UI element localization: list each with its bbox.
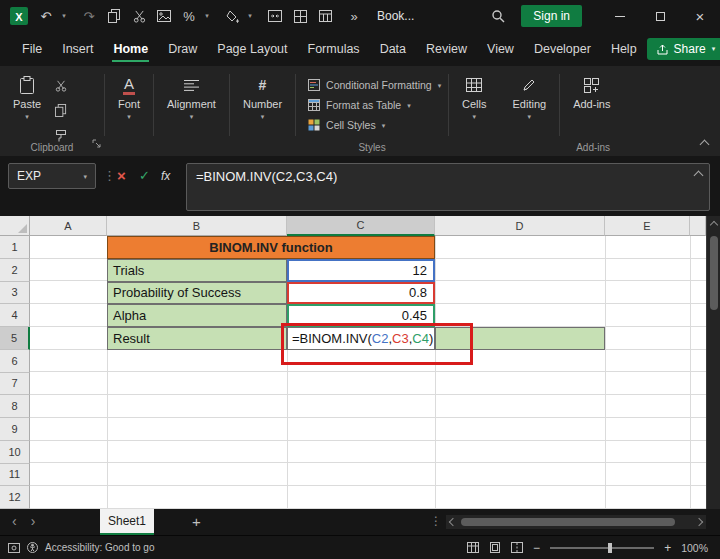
scroll-right-icon[interactable] — [695, 518, 703, 526]
row-header-11[interactable]: 11 — [0, 464, 30, 487]
table-icon[interactable] — [318, 8, 332, 24]
row-header-2[interactable]: 2 — [0, 259, 30, 282]
vertical-scrollbar-thumb[interactable] — [710, 236, 718, 310]
tab-view[interactable]: View — [477, 32, 524, 66]
redo-icon[interactable]: ↷ — [82, 8, 96, 24]
picture-icon[interactable] — [157, 8, 171, 24]
conditional-formatting-button[interactable]: Conditional Formatting ▾ — [308, 79, 441, 91]
column-header-e[interactable]: E — [605, 216, 690, 236]
cut-icon[interactable] — [132, 8, 146, 24]
normal-view-icon[interactable] — [467, 542, 479, 553]
fill-color-icon[interactable] — [225, 8, 239, 24]
tab-developer[interactable]: Developer — [524, 32, 601, 66]
sign-in-button[interactable]: Sign in — [521, 5, 582, 27]
cell-b1-title[interactable]: BINOM.INV function — [107, 236, 435, 259]
alignment-button[interactable]: Alignment ▾ — [158, 70, 225, 120]
tab-insert[interactable]: Insert — [52, 32, 103, 66]
row-header-4[interactable]: 4 — [0, 304, 30, 327]
zoom-out-button[interactable]: − — [533, 541, 540, 555]
format-as-table-button[interactable]: Format as Table ▾ — [308, 99, 441, 111]
previous-sheet-icon[interactable]: ‹ — [12, 513, 17, 529]
row-header-7[interactable]: 7 — [0, 373, 30, 396]
select-all-corner[interactable] — [0, 216, 30, 236]
row-header-3[interactable]: 3 — [0, 282, 30, 305]
name-box[interactable]: EXP ▾ — [8, 163, 96, 189]
column-header-partial[interactable] — [690, 216, 706, 236]
row-header-9[interactable]: 9 — [0, 418, 30, 441]
merge-cells-icon[interactable] — [268, 8, 282, 24]
tab-help[interactable]: Help — [601, 32, 647, 66]
collapse-ribbon-icon[interactable] — [700, 140, 710, 150]
cell-b5-result-label[interactable]: Result — [107, 327, 287, 350]
next-sheet-icon[interactable]: › — [31, 513, 36, 529]
maximize-button[interactable] — [640, 0, 680, 32]
add-sheet-button[interactable]: + — [192, 513, 201, 530]
close-button[interactable]: × — [680, 0, 720, 32]
cell-b2-trials-label[interactable]: Trials — [107, 259, 287, 282]
page-layout-view-icon[interactable] — [489, 542, 501, 553]
cell-b3-probability-label[interactable]: Probability of Success — [107, 282, 287, 305]
fill-color-caret-icon[interactable]: ▾ — [243, 8, 257, 24]
undo-icon[interactable]: ↶ — [39, 8, 53, 24]
copy-icon[interactable] — [107, 8, 121, 24]
horizontal-scrollbar-thumb[interactable] — [461, 518, 675, 526]
minimize-button[interactable] — [600, 0, 640, 32]
zoom-slider[interactable] — [550, 547, 654, 549]
tab-file[interactable]: File — [12, 32, 52, 66]
zoom-slider-thumb[interactable] — [608, 543, 612, 553]
cells-button[interactable]: Cells ▾ — [453, 70, 495, 120]
cell-c3-probability-value[interactable]: 0.8 — [287, 282, 435, 305]
font-button[interactable]: A Font ▾ — [109, 70, 149, 120]
zoom-in-button[interactable]: + — [664, 541, 671, 555]
row-header-6[interactable]: 6 — [0, 350, 30, 373]
editing-button[interactable]: Editing ▾ — [504, 70, 556, 120]
cells-area[interactable]: BINOM.INV function Trials 12 Probability… — [30, 236, 706, 509]
page-break-view-icon[interactable] — [511, 542, 523, 553]
insert-function-button[interactable]: fx — [161, 169, 170, 183]
number-format-caret-icon[interactable]: ▾ — [200, 8, 214, 24]
share-button[interactable]: Share ▾ — [647, 38, 720, 60]
row-header-1[interactable]: 1 — [0, 236, 30, 259]
excel-logo-icon[interactable]: X — [10, 8, 28, 24]
cell-b4-alpha-label[interactable]: Alpha — [107, 304, 287, 327]
tab-draw[interactable]: Draw — [158, 32, 207, 66]
copy-mini-icon[interactable] — [55, 103, 67, 121]
tab-scrollbar-splitter[interactable]: ⋮ — [430, 514, 442, 528]
horizontal-scrollbar[interactable] — [446, 515, 706, 529]
column-header-c[interactable]: C — [287, 216, 435, 236]
scroll-up-icon[interactable] — [710, 221, 718, 229]
formula-input[interactable]: =BINOM.INV(C2,C3,C4) — [186, 163, 710, 211]
cell-c2-trials-value[interactable]: 12 — [287, 259, 435, 282]
number-format-icon[interactable]: % — [182, 8, 196, 24]
tab-review[interactable]: Review — [416, 32, 477, 66]
accessibility-icon[interactable] — [27, 542, 38, 553]
clipboard-dialog-launcher-icon[interactable] — [92, 134, 101, 152]
row-header-5[interactable]: 5 — [0, 327, 30, 350]
tab-home[interactable]: Home — [103, 32, 158, 66]
number-button[interactable]: # Number ▾ — [234, 70, 291, 120]
row-header-8[interactable]: 8 — [0, 395, 30, 418]
row-header-10[interactable]: 10 — [0, 441, 30, 464]
accessibility-status[interactable]: Accessibility: Good to go — [45, 542, 155, 553]
row-header-12[interactable]: 12 — [0, 486, 30, 509]
scroll-left-icon[interactable] — [449, 518, 457, 526]
cell-styles-button[interactable]: Cell Styles ▾ — [308, 119, 441, 131]
cancel-entry-button[interactable]: × — [117, 167, 126, 184]
column-header-d[interactable]: D — [435, 216, 605, 236]
paste-button[interactable]: Paste ▾ — [4, 70, 50, 120]
undo-caret-icon[interactable]: ▾ — [57, 8, 71, 24]
cut-mini-icon[interactable] — [55, 78, 67, 96]
borders-icon[interactable] — [293, 8, 307, 24]
sheet-tab-sheet1[interactable]: Sheet1 — [100, 509, 154, 535]
macro-record-icon[interactable] — [8, 543, 20, 553]
addins-button[interactable]: Add-ins — [564, 70, 619, 110]
tab-formulas[interactable]: Formulas — [298, 32, 370, 66]
vertical-scrollbar[interactable] — [706, 216, 720, 509]
tab-data[interactable]: Data — [370, 32, 416, 66]
search-icon[interactable] — [491, 8, 505, 24]
confirm-entry-button[interactable]: ✓ — [139, 168, 150, 183]
column-header-a[interactable]: A — [30, 216, 107, 236]
name-box-caret-icon[interactable]: ▾ — [83, 173, 87, 180]
tab-page-layout[interactable]: Page Layout — [207, 32, 297, 66]
more-commands-icon[interactable]: » — [347, 8, 361, 24]
